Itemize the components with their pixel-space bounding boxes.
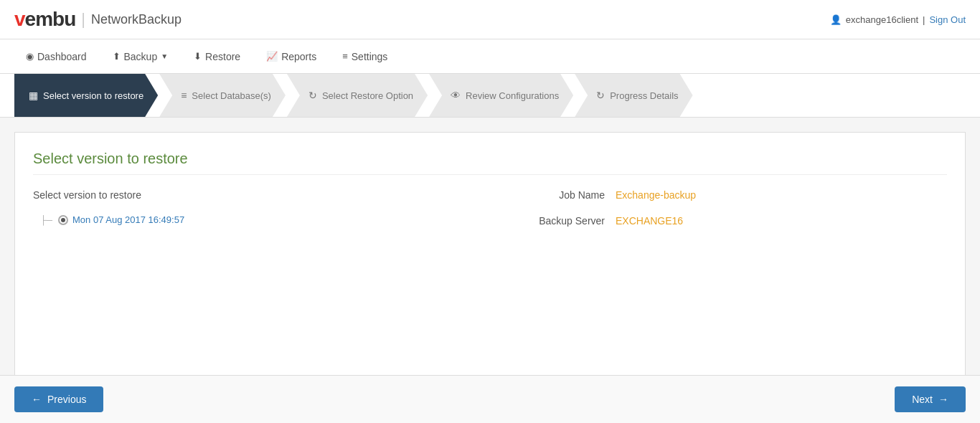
version-radio[interactable] — [58, 215, 68, 225]
nav-item-restore[interactable]: ⬇ Restore — [182, 42, 252, 71]
logo: vembu | NetworkBackup — [14, 8, 182, 31]
logo-v: v — [14, 8, 25, 30]
version-date[interactable]: Mon 07 Aug 2017 16:49:57 — [72, 214, 184, 225]
step-icon-progress: ↻ — [596, 90, 605, 101]
step-select-db[interactable]: ≡ Select Database(s) — [159, 74, 286, 117]
job-name-value: Exchange-backup — [616, 189, 696, 201]
nav-item-backup[interactable]: ⬆ Backup ▼ — [101, 42, 180, 71]
next-button[interactable]: Next → — [895, 386, 966, 412]
step-label-select-restore: Select Restore Option — [322, 90, 413, 101]
sign-out-link[interactable]: Sign Out — [929, 14, 966, 25]
section-label: Select version to restore — [33, 189, 461, 201]
step-icon-select-db: ≡ — [181, 90, 187, 101]
dropdown-icon: ▼ — [161, 52, 168, 60]
user-info: 👤 exchange16client | Sign Out — [830, 14, 966, 25]
nav-label-restore: Restore — [205, 51, 240, 62]
step-icon-select-restore: ↻ — [308, 90, 317, 101]
nav-item-dashboard[interactable]: ◉ Dashboard — [14, 42, 98, 71]
logo-divider: | — [81, 10, 85, 29]
step-icon-select-version: ▦ — [29, 90, 38, 101]
logo-brand: vembu — [14, 8, 75, 31]
backup-server-label: Backup Server — [519, 215, 605, 227]
logo-product: NetworkBackup — [91, 12, 182, 27]
step-icon-review-config: 👁 — [451, 90, 461, 101]
previous-button[interactable]: ← Previous — [14, 386, 103, 412]
step-review-config[interactable]: 👁 Review Configurations — [429, 74, 573, 117]
left-panel: Select version to restore ├─ Mon 07 Aug … — [33, 189, 461, 241]
next-label: Next — [912, 394, 933, 405]
page-title: Select version to restore — [33, 151, 947, 175]
backup-icon: ⬆ — [113, 51, 121, 62]
nav-item-settings[interactable]: ≡ Settings — [331, 42, 399, 71]
nav-label-backup: Backup — [124, 51, 158, 62]
steps: ▦ Select version to restore ≡ Select Dat… — [14, 74, 966, 117]
main-content: Select version to restore Select version… — [14, 132, 966, 404]
header: vembu | NetworkBackup 👤 exchange16client… — [0, 0, 980, 39]
right-panel: Job Name Exchange-backup Backup Server E… — [490, 189, 947, 241]
backup-server-row: Backup Server EXCHANGE16 — [519, 215, 947, 227]
footer: ← Previous Next → — [0, 375, 980, 419]
tree-line: ├─ — [40, 215, 52, 225]
nav-item-reports[interactable]: 📈 Reports — [255, 42, 328, 71]
job-name-row: Job Name Exchange-backup — [519, 189, 947, 201]
previous-arrow-icon: ← — [32, 394, 42, 405]
step-label-select-db: Select Database(s) — [192, 90, 271, 101]
previous-label: Previous — [47, 394, 86, 405]
reports-icon: 📈 — [266, 51, 278, 62]
step-label-review-config: Review Configurations — [466, 90, 559, 101]
nav-label-reports: Reports — [281, 51, 316, 62]
job-name-label: Job Name — [519, 189, 605, 201]
next-arrow-icon: → — [938, 394, 948, 405]
step-label-progress: Progress Details — [610, 90, 678, 101]
dashboard-icon: ◉ — [26, 51, 34, 62]
backup-server-value: EXCHANGE16 — [616, 215, 683, 227]
step-select-restore[interactable]: ↻ Select Restore Option — [287, 74, 428, 117]
step-progress[interactable]: ↻ Progress Details — [575, 74, 692, 117]
username: exchange16client — [846, 14, 918, 25]
nav: ◉ Dashboard ⬆ Backup ▼ ⬇ Restore 📈 Repor… — [0, 39, 980, 74]
nav-label-settings: Settings — [352, 51, 388, 62]
nav-label-dashboard: Dashboard — [37, 51, 87, 62]
steps-container: ▦ Select version to restore ≡ Select Dat… — [0, 74, 980, 118]
step-select-version[interactable]: ▦ Select version to restore — [14, 74, 158, 117]
step-label-select-version: Select version to restore — [43, 90, 143, 101]
settings-icon: ≡ — [342, 51, 348, 62]
restore-icon: ⬇ — [194, 51, 202, 62]
user-icon: 👤 — [830, 14, 842, 25]
version-item: ├─ Mon 07 Aug 2017 16:49:57 — [40, 212, 461, 228]
user-separator: | — [923, 14, 925, 25]
content-area: Select version to restore ├─ Mon 07 Aug … — [33, 189, 947, 241]
